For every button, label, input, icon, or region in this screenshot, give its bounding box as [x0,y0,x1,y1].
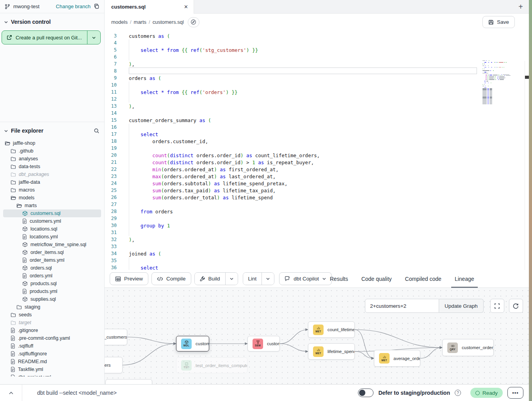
lineage-node-test_node[interactable]: TSTtest_order_items_compute_to_bools... [176,357,247,373]
file-tree-item-customers-sql[interactable]: customers.sql [3,209,101,217]
code-editor[interactable]: 23customers as (45 select * from {{ ref(… [105,30,529,270]
code-line-22[interactable]: 22 min(orders.ordered_at) as first_order… [105,166,529,173]
code-line-19[interactable]: 19 [105,145,529,152]
file-tree-item-dbt-project-yml[interactable]: dbt_project.yml [3,373,101,376]
code-line-21[interactable]: 21 count(distinct orders.order_id) > 1 a… [105,159,529,166]
preview-button[interactable]: Preview [110,272,148,285]
file-explorer-header[interactable]: File explorer [0,122,104,138]
lint-caret[interactable] [262,273,274,285]
lineage-node-stg_customers[interactable]: stg_customers [105,329,127,345]
code-line-29[interactable]: 29 [105,215,529,222]
file-tree-item-analyses[interactable]: analyses [3,155,101,163]
code-line-12[interactable]: 12 [105,96,529,103]
code-line-30[interactable]: 30 group by 1 [105,222,529,229]
code-line-3[interactable]: 3customers as ( [105,32,529,39]
code-line-32[interactable]: 32), [105,236,529,243]
create-pr-caret[interactable] [87,31,100,44]
code-line-8[interactable]: 8 [105,67,529,75]
file-tree-item-order-items-yml[interactable]: order_items.yml [3,256,101,264]
cli-command-input[interactable]: dbt build --select <model_name> [37,390,117,396]
file-tree-item-marts[interactable]: marts [3,202,101,209]
code-line-25[interactable]: 25 sum(orders.tax_paid) as lifetime_tax_… [105,187,529,194]
code-line-15[interactable]: 15customer_orders_summary as ( [105,117,529,124]
code-line-10[interactable]: 10 [105,82,529,89]
lineage-panel[interactable]: stg_customersordersMDLcustomersTSTtest_o… [105,288,529,384]
editor-scrollbar[interactable] [525,61,529,270]
save-button[interactable]: Save [482,16,515,28]
build-button[interactable]: Build [195,273,225,285]
lineage-node-customers_sem[interactable]: SEMcustomers [247,336,280,351]
code-line-36[interactable]: 36 select [105,264,529,270]
code-line-34[interactable]: 34joined as ( [105,250,529,257]
file-tree-item-products-yml[interactable]: products.yml [3,287,101,295]
file-tree-item--gitignore[interactable]: .gitignore [3,326,101,334]
defer-toggle[interactable] [358,389,374,397]
build-caret[interactable] [225,273,238,285]
file-tree-item-taskfile-yml[interactable]: Taskfile.yml [3,366,101,373]
code-line-31[interactable]: 31 [105,229,529,236]
code-line-9[interactable]: 9orders as ( [105,75,529,82]
dbt-copilot-button[interactable]: dbt Copilot [279,272,332,285]
code-line-13[interactable]: 13), [105,103,529,110]
fullscreen-icon[interactable] [490,299,504,313]
file-tree-item-models[interactable]: models [3,194,101,202]
panel-tab-results[interactable]: Results [330,270,348,288]
file-tree-item-jaffle-shop[interactable]: jaffle-shop [3,139,101,147]
code-line-35[interactable]: 35 [105,257,529,264]
code-line-28[interactable]: 28 from orders [105,208,529,215]
lineage-node-partial_node[interactable] [105,379,152,384]
file-tree-item-locations-sql[interactable]: locations.sql [3,225,101,233]
refresh-icon[interactable] [509,299,523,313]
file-tree-item-target[interactable]: target [3,319,101,326]
collapse-panel-icon[interactable] [0,391,22,395]
file-tree-item-readme-md[interactable]: README.md [3,358,101,366]
file-tree-item-dbt-packages[interactable]: dbt_packages [3,170,101,178]
code-line-23[interactable]: 23 max(orders.ordered_at) as last_ordere… [105,173,529,180]
code-line-14[interactable]: 14 [105,110,529,117]
file-tree-item-orders-sql[interactable]: orders.sql [3,264,101,272]
lineage-node-orders[interactable]: orders [105,357,123,373]
lineage-node-lifetime_spend_pretax[interactable]: METlifetime_spend_pretax [308,343,355,360]
help-icon[interactable]: ? [455,390,461,396]
create-pr-button[interactable]: Create a pull request on Git... [2,30,101,44]
panel-tab-lineage[interactable]: Lineage [455,270,474,288]
lineage-node-count_lifetime_orders[interactable]: METcount_lifetime_orders [308,321,355,338]
file-tree-item-data-tests[interactable]: data-tests [3,163,101,170]
file-tree-item-locations-yml[interactable]: locations.yml [3,233,101,241]
code-line-7[interactable]: 7), [105,60,529,67]
file-tree-item-staging[interactable]: staging [3,303,101,311]
code-line-5[interactable]: 5 select * from {{ ref('stg_customers') … [105,46,529,53]
compass-icon[interactable] [188,17,199,27]
close-icon[interactable]: ✕ [184,4,188,10]
code-line-4[interactable]: 4 [105,39,529,46]
code-line-11[interactable]: 11 select * from {{ ref('orders') }} [105,89,529,96]
file-tree-item-seeds[interactable]: seeds [3,311,101,319]
tab-customers-sql[interactable]: customers.sql ✕ [105,0,194,14]
file-tree-item--sqlfluffignore[interactable]: .sqlfluffignore [3,350,101,358]
compile-button[interactable]: Compile [151,272,191,285]
code-line-26[interactable]: 26 sum(orders.order_total) as lifetime_s… [105,194,529,201]
code-line-24[interactable]: 24 sum(orders.subtotal) as lifetime_spen… [105,180,529,187]
file-tree-item-supplies-sql[interactable]: supplies.sql [3,295,101,303]
code-line-33[interactable]: 33 [105,243,529,250]
file-tree-item-macros[interactable]: macros [3,186,101,194]
lint-button[interactable]: Lint [243,273,262,285]
version-control-header[interactable]: Version control [0,13,104,29]
lineage-selector-input[interactable] [365,299,439,313]
code-line-16[interactable]: 16 [105,124,529,131]
file-tree-item-order-items-sql[interactable]: order_items.sql [3,248,101,256]
new-tab-button[interactable]: + [518,0,523,14]
copy-branch-icon[interactable] [94,4,100,9]
file-tree-item-orders-yml[interactable]: orders.yml [3,272,101,280]
more-options-button[interactable]: ••• [507,387,523,399]
minimap[interactable] [481,60,511,105]
panel-tab-compiled-code[interactable]: Compiled code [405,270,441,288]
change-branch-link[interactable]: Change branch [56,4,91,9]
file-tree-item-products-sql[interactable]: products.sql [3,280,101,287]
code-line-6[interactable]: 6 [105,53,529,60]
update-graph-button[interactable]: Update Graph [439,299,484,313]
search-icon[interactable] [94,128,100,134]
file-tree-item-jaffle-data[interactable]: jaffle-data [3,178,101,186]
file-tree-item--sqlfluff[interactable]: .sqlfluff [3,342,101,350]
code-line-17[interactable]: 17 select [105,131,529,138]
